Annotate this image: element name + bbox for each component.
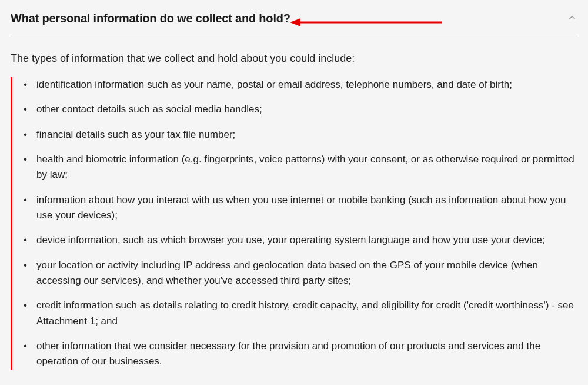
list-item: health and biometric information (e.g. f…: [33, 152, 577, 183]
svg-marker-1: [290, 18, 300, 26]
list-item: identification information such as your …: [33, 77, 577, 92]
section-title: What personal information do we collect …: [11, 12, 290, 25]
intro-text: The types of information that we collect…: [11, 51, 577, 67]
annotation-arrow-icon: [290, 16, 443, 31]
info-list: identification information such as your …: [14, 77, 577, 370]
list-item: other contact details such as social med…: [33, 102, 577, 117]
accordion-panel: What personal information do we collect …: [0, 0, 588, 370]
list-item: financial details such as your tax file …: [33, 127, 577, 142]
list-container: identification information such as your …: [11, 77, 577, 370]
highlight-bar: [11, 77, 12, 370]
list-item: device information, such as which browse…: [33, 233, 577, 248]
accordion-header[interactable]: What personal information do we collect …: [11, 12, 577, 36]
list-item: credit information such as details relat…: [33, 298, 577, 329]
list-item: other information that we consider neces…: [33, 338, 577, 370]
list-item: your location or activity including IP a…: [33, 258, 577, 289]
chevron-up-icon: [567, 12, 577, 25]
list-item: information about how you interact with …: [33, 192, 577, 224]
